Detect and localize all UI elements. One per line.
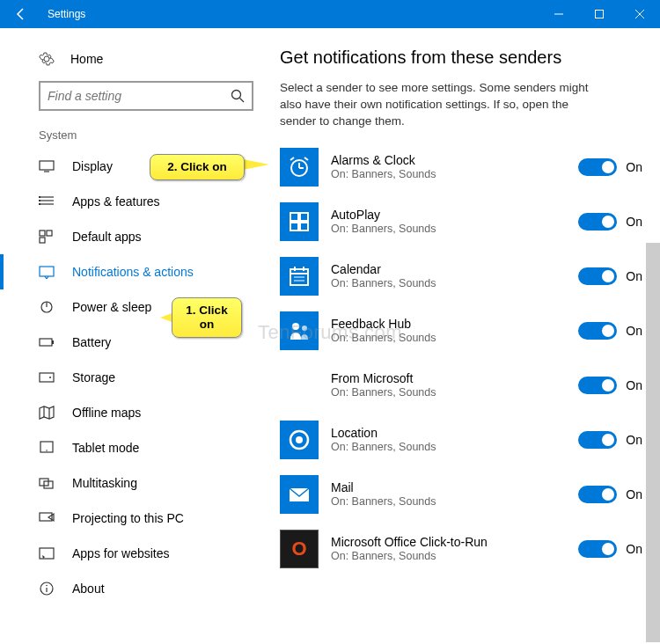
sender-item[interactable]: Location On: Banners, Sounds On — [280, 421, 642, 459]
minimize-button[interactable] — [539, 0, 579, 28]
storage-icon — [39, 371, 55, 384]
sidebar-item-label: Offline maps — [72, 406, 141, 420]
sidebar-item-label: Apps & features — [72, 194, 160, 209]
location-icon — [280, 421, 319, 459]
sidebar-item-label: Apps for websites — [72, 546, 170, 560]
sender-info: Feedback Hub On: Banners, Sounds — [331, 317, 578, 344]
toggle-switch[interactable] — [578, 486, 617, 503]
toggle-switch[interactable] — [578, 431, 617, 449]
alarm-icon — [280, 148, 319, 187]
sender-item[interactable]: Mail On: Banners, Sounds On — [280, 475, 642, 514]
toggle-label: On — [626, 542, 642, 556]
svg-rect-15 — [47, 231, 52, 236]
mail-icon — [280, 475, 319, 514]
home-link[interactable]: Home — [0, 44, 271, 77]
sender-name: Calendar — [331, 262, 578, 276]
svg-rect-16 — [40, 238, 45, 243]
page-subtitle: Select a sender to see more settings. So… — [280, 80, 605, 130]
sidebar-item-maps[interactable]: Offline maps — [0, 395, 271, 430]
toggle-wrap: On — [578, 213, 642, 231]
svg-rect-21 — [52, 340, 54, 344]
autoplay-icon — [280, 202, 319, 241]
svg-rect-31 — [40, 548, 54, 559]
svg-rect-1 — [596, 11, 604, 18]
sender-item[interactable]: From Microsoft On: Banners, Sounds On — [280, 366, 642, 405]
sidebar-item-storage[interactable]: Storage — [0, 360, 271, 395]
default-apps-icon — [39, 231, 55, 243]
svg-point-51 — [302, 326, 307, 331]
svg-rect-17 — [40, 267, 54, 276]
projecting-icon — [39, 512, 55, 524]
minimize-icon — [554, 10, 563, 18]
sender-status: On: Banners, Sounds — [331, 386, 578, 399]
toggle-switch[interactable] — [578, 213, 617, 231]
multitasking-icon — [39, 477, 55, 489]
toggle-switch[interactable] — [578, 322, 617, 340]
scrollbar[interactable] — [646, 243, 660, 642]
svg-rect-20 — [40, 339, 52, 346]
toggle-wrap: On — [578, 431, 642, 449]
sidebar-item-label: Projecting to this PC — [72, 511, 184, 525]
sidebar-item-projecting[interactable]: Projecting to this PC — [0, 501, 271, 536]
window-title: Settings — [48, 8, 539, 20]
maximize-button[interactable] — [579, 0, 620, 28]
section-label: System — [0, 123, 271, 149]
power-icon — [39, 301, 55, 313]
sidebar-item-label: Power & sleep — [72, 300, 151, 314]
feedback-icon — [280, 311, 319, 350]
search-box[interactable] — [39, 81, 253, 111]
svg-rect-22 — [40, 373, 54, 382]
maximize-icon — [595, 10, 604, 18]
sender-item[interactable]: Alarms & Clock On: Banners, Sounds On — [280, 148, 642, 187]
sender-info: AutoPlay On: Banners, Sounds — [331, 208, 578, 235]
toggle-wrap: On — [578, 486, 642, 503]
sender-item[interactable]: Calendar On: Banners, Sounds On — [280, 257, 642, 296]
svg-rect-40 — [290, 213, 298, 221]
sender-item[interactable]: Feedback Hub On: Banners, Sounds On — [280, 311, 642, 350]
sender-item[interactable]: AutoPlay On: Banners, Sounds On — [280, 202, 642, 241]
battery-icon — [39, 336, 55, 348]
annotation-callout-1: 1. Click on — [172, 297, 242, 338]
toggle-switch[interactable] — [578, 267, 617, 285]
close-button[interactable] — [620, 0, 660, 28]
sidebar-item-label: Multitasking — [72, 476, 137, 490]
annotation-callout-2: 2. Click on — [150, 154, 245, 180]
sender-info: Mail On: Banners, Sounds — [331, 480, 578, 508]
sidebar-item-multitasking[interactable]: Multitasking — [0, 465, 271, 501]
sender-info: From Microsoft On: Banners, Sounds — [331, 371, 578, 399]
toggle-label: On — [626, 160, 642, 174]
sidebar-item-label: Battery — [72, 335, 111, 349]
notifications-icon — [39, 266, 55, 278]
svg-point-53 — [296, 436, 303, 443]
sender-name: Feedback Hub — [331, 317, 578, 331]
toggle-label: On — [626, 215, 642, 229]
apps-icon — [39, 195, 55, 208]
toggle-label: On — [626, 324, 642, 338]
sender-info: Calendar On: Banners, Sounds — [331, 262, 578, 289]
annotation-arrow-2 — [243, 159, 269, 170]
toggle-switch[interactable] — [578, 377, 617, 394]
sidebar-item-tablet[interactable]: Tablet mode — [0, 430, 271, 465]
toggle-switch[interactable] — [578, 540, 617, 558]
toggle-label: On — [626, 487, 642, 501]
sidebar-item-default-apps[interactable]: Default apps — [0, 219, 271, 254]
search-input[interactable] — [48, 89, 231, 103]
sidebar-item-about[interactable]: About — [0, 571, 271, 606]
sidebar-item-apps-web[interactable]: Apps for websites — [0, 536, 271, 571]
search-icon — [231, 89, 245, 103]
svg-point-23 — [49, 377, 51, 378]
sender-name: From Microsoft — [331, 371, 578, 385]
sender-info: Alarms & Clock On: Banners, Sounds — [331, 153, 578, 180]
back-button[interactable] — [0, 0, 42, 28]
toggle-wrap: On — [578, 377, 642, 394]
sender-status: On: Banners, Sounds — [331, 550, 578, 562]
toggle-switch[interactable] — [578, 158, 617, 176]
home-label: Home — [70, 52, 103, 66]
sidebar-item-notifications[interactable]: Notifications & actions — [0, 254, 271, 289]
toggle-label: On — [626, 269, 642, 283]
sidebar-item-apps[interactable]: Apps & features — [0, 184, 271, 219]
sender-item[interactable]: O Microsoft Office Click-to-Run On: Bann… — [280, 530, 642, 568]
office-icon: O — [280, 530, 319, 568]
svg-rect-43 — [300, 223, 308, 231]
maps-icon — [39, 406, 55, 419]
